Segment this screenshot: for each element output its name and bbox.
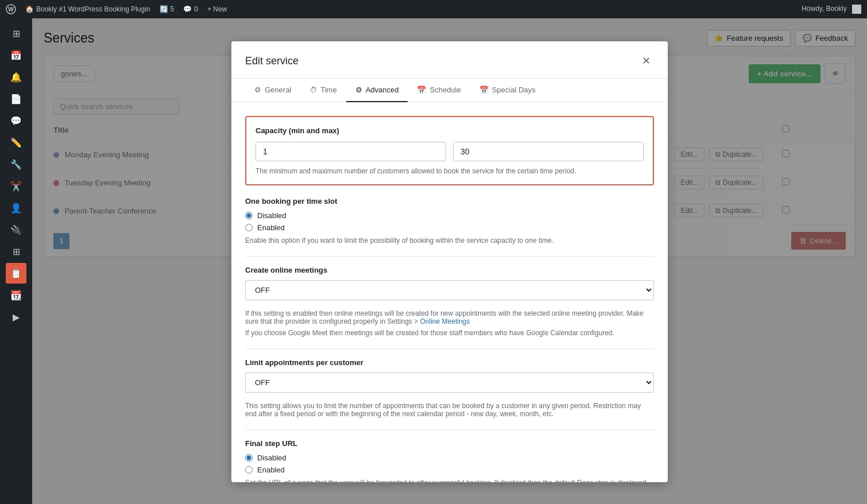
one-booking-section: One booking per time slot Disabled Enabl… [245,197,654,245]
tab-special-days[interactable]: 📅 Special Days [470,79,545,102]
modal-tabs: ⚙ General ⏱ Time ⚙ Advanced 📅 Schedule 📅… [231,79,668,102]
limit-appointments-section: Limit appointments per customer OFF This… [245,358,654,418]
divider-3 [245,429,654,430]
tab-time[interactable]: ⏱ Time [300,79,346,102]
sidebar-item-comments[interactable]: 💬 [6,110,26,131]
capacity-hint: The minimum and maximum number of custom… [256,167,644,175]
settings-icon: ⚙ [355,86,362,94]
limit-appointments-select[interactable]: OFF [245,373,654,393]
final-step-hint: Set the URL of a page that the user will… [245,479,654,482]
sidebar-item-dashboard[interactable]: ⊞ [6,23,26,44]
modal-title: Edit service [245,55,299,67]
svg-text:W: W [8,6,14,13]
sidebar-item-users[interactable]: 👤 [6,197,26,218]
special-calendar-icon: 📅 [479,86,489,94]
modal-overlay: Edit service ✕ ⚙ General ⏱ Time ⚙ Advanc… [32,18,867,504]
google-meet-hint: If you choose Google Meet then meetings … [245,329,654,337]
site-name[interactable]: 🏠 Bookly #1 WordPress Booking Plugin [25,5,150,13]
capacity-inputs [256,142,644,161]
one-booking-label: One booking per time slot [245,197,654,206]
final-step-enabled-radio[interactable] [245,466,253,474]
sidebar-item-calendar[interactable]: 📆 [6,285,26,305]
modal-body: Capacity (min and max) The minimum and m… [231,102,668,482]
final-step-url-section: Final step URL Disabled Enabled Set the … [245,439,654,482]
online-meetings-hint: If this setting is enabled then online m… [245,309,654,325]
user-avatar [852,5,861,14]
updates-count[interactable]: 🔄 5 [160,5,175,13]
new-content-button[interactable]: + New [207,5,227,13]
sidebar-item-bookly[interactable]: 📋 [6,263,26,284]
capacity-section: Capacity (min and max) The minimum and m… [245,116,654,185]
one-booking-hint: Enable this option if you want to limit … [245,237,654,245]
divider-1 [245,256,654,257]
sidebar-item-notifications[interactable]: 🔔 [6,67,26,87]
gear-icon: ⚙ [254,86,261,94]
sidebar: ⊞ 📅 🔔 📄 💬 ✏️ 🔧 ✂️ 👤 🔌 ⊞ 📋 📆 ▶ [0,18,32,504]
clock-icon: ⏱ [309,86,317,94]
capacity-label: Capacity (min and max) [256,126,644,135]
howdy-text: Howdy, Bookly [802,5,861,14]
sidebar-item-bookings[interactable]: 📅 [6,45,26,65]
wp-logo[interactable]: W [6,4,16,14]
tab-general[interactable]: ⚙ General [245,79,300,102]
capacity-max-input[interactable] [453,142,644,161]
sidebar-item-pages[interactable]: 📄 [6,88,26,109]
final-step-url-label: Final step URL [245,439,654,448]
modal-close-button[interactable]: ✕ [638,53,654,69]
divider-2 [245,348,654,349]
online-meetings-link[interactable]: Online Meetings [420,317,470,325]
one-booking-enabled-radio[interactable] [245,224,253,231]
sidebar-item-tools[interactable]: 🔧 [6,154,26,175]
limit-appointments-label: Limit appointments per customer [245,358,654,367]
calendar-icon: 📅 [417,86,426,94]
online-meetings-label: Create online meetings [245,266,654,274]
one-booking-disabled-option[interactable]: Disabled [245,211,654,220]
capacity-min-input[interactable] [256,142,446,161]
one-booking-enabled-option[interactable]: Enabled [245,223,654,232]
final-step-enabled-option[interactable]: Enabled [245,466,654,474]
final-step-disabled-radio[interactable] [245,454,253,462]
one-booking-radio-group: Disabled Enabled [245,211,654,232]
sidebar-item-arrow[interactable]: ▶ [6,307,26,327]
admin-bar: W 🏠 Bookly #1 WordPress Booking Plugin 🔄… [0,0,867,18]
one-booking-disabled-radio[interactable] [245,212,253,219]
edit-service-modal: Edit service ✕ ⚙ General ⏱ Time ⚙ Advanc… [231,41,668,482]
online-meetings-select[interactable]: OFF [245,280,654,300]
tab-advanced[interactable]: ⚙ Advanced [346,79,408,102]
sidebar-item-grid[interactable]: ⊞ [6,241,26,262]
limit-appointments-hint: This setting allows you to limit the num… [245,402,654,418]
online-meetings-section: Create online meetings OFF If this setti… [245,266,654,337]
comments-count[interactable]: 💬 0 [183,5,198,13]
modal-header: Edit service ✕ [231,41,668,79]
tab-schedule[interactable]: 📅 Schedule [408,79,470,102]
sidebar-item-pencil[interactable]: ✏️ [6,132,26,153]
sidebar-item-scissors[interactable]: ✂️ [6,176,26,196]
sidebar-item-plugins[interactable]: 🔌 [6,219,26,240]
final-step-radio-group: Disabled Enabled [245,453,654,474]
final-step-disabled-option[interactable]: Disabled [245,453,654,462]
